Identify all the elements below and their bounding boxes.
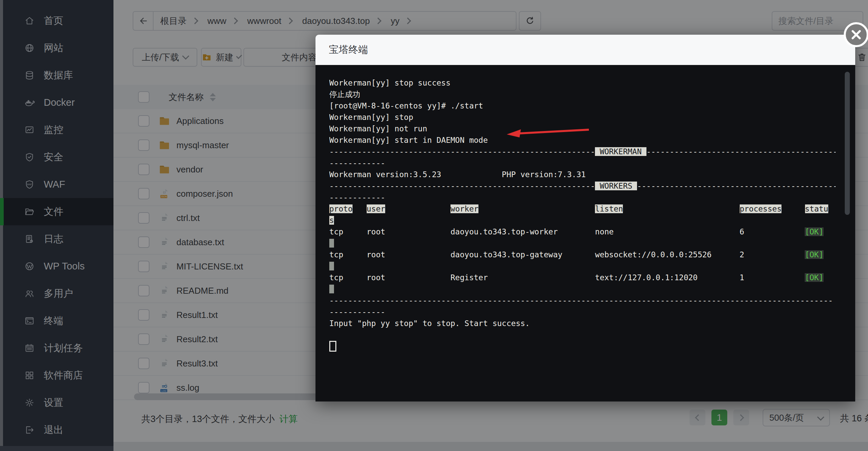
terminal-line: Workerman version:3.5.23 PHP version:7.3… <box>329 169 836 180</box>
terminal-line: tcp root daoyou.to343.top-gateway websoc… <box>329 249 836 260</box>
terminal-line: proto user worker listen processes statu <box>329 203 836 215</box>
terminal-line <box>329 340 836 352</box>
terminal-line <box>329 283 836 295</box>
terminal-line: ----------------------------------------… <box>329 180 836 192</box>
modal-title: 宝塔终端 <box>329 43 368 57</box>
terminal-scrollbar[interactable] <box>845 72 850 215</box>
terminal-output[interactable]: Workerman[yy] stop success停止成功[root@VM-8… <box>329 77 836 352</box>
modal-close-button[interactable] <box>844 22 868 47</box>
terminal-line: ----------------------------------------… <box>329 146 836 157</box>
bt-panel-page: { "app": {"accent_green": "#28a745", "te… <box>0 0 868 451</box>
terminal-line: Workerman[yy] stop <box>329 112 836 123</box>
terminal-line: tcp root daoyou.to343.top-worker none 6 … <box>329 226 836 237</box>
modal-header: 宝塔终端 <box>315 35 855 65</box>
terminal-line <box>329 237 836 249</box>
terminal-line: Input "php yy stop" to stop. Start succe… <box>329 318 836 329</box>
terminal-line: [root@VM-8-16-centos yy]# ./start <box>329 100 836 112</box>
terminal-line: Workerman[yy] start in DAEMON mode <box>329 134 836 146</box>
terminal-line <box>329 329 836 340</box>
terminal-modal: 宝塔终端 Workerman[yy] stop success停止成功[root… <box>315 35 855 401</box>
terminal-line: ------------ <box>329 306 836 318</box>
terminal-line: tcp root Register text://127.0.0.1:12020… <box>329 272 836 283</box>
terminal-cursor <box>329 341 336 352</box>
terminal-line: Workerman[yy] stop success <box>329 77 836 89</box>
terminal-line <box>329 260 836 272</box>
terminal-line: ------------ <box>329 157 836 169</box>
terminal-line: 停止成功 <box>329 89 836 100</box>
terminal-line: Workerman[yy] not run <box>329 123 836 134</box>
terminal-window[interactable]: Workerman[yy] stop success停止成功[root@VM-8… <box>315 65 855 401</box>
terminal-line: ----------------------------------------… <box>329 295 836 306</box>
terminal-line: ------------ <box>329 192 836 203</box>
terminal-line: s <box>329 215 836 226</box>
